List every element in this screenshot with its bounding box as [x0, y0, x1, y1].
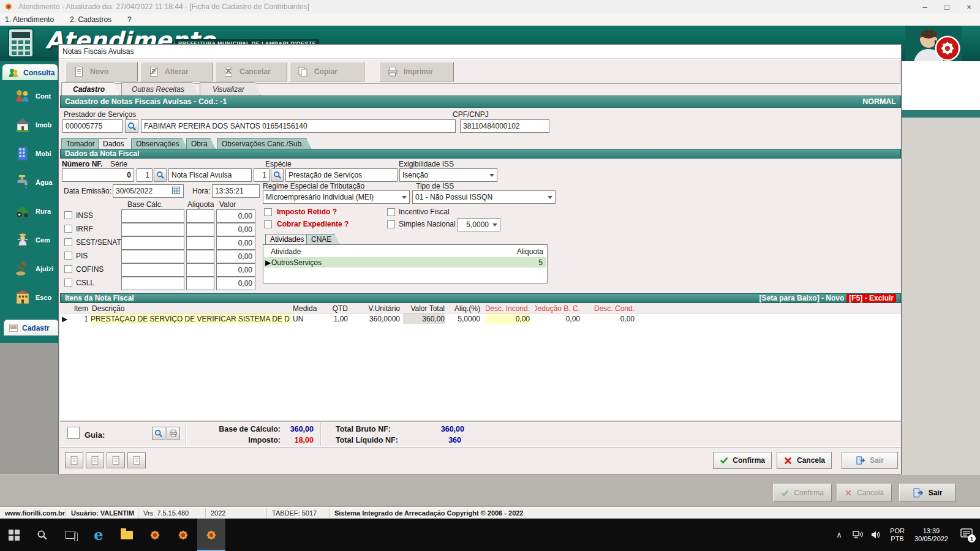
- tray-clock[interactable]: 13:39 30/05/2022: [910, 527, 953, 543]
- statusbar: www.fiorilli.com.br Usuário: VALENTIM Vr…: [0, 507, 980, 519]
- serie-input[interactable]: 1: [137, 168, 153, 182]
- cofins-checkbox[interactable]: [64, 265, 72, 273]
- tab-atividades[interactable]: Atividades: [265, 234, 312, 244]
- fiorilli-app-button-1[interactable]: [141, 519, 169, 551]
- inss-checkbox[interactable]: [64, 211, 72, 219]
- serie-desc-input[interactable]: Nota Fiscal Avulsa: [168, 168, 252, 182]
- csll-base-input[interactable]: [121, 277, 184, 290]
- irrf-valor-input[interactable]: 0,00: [216, 223, 255, 236]
- cofins-aliquota-input[interactable]: [186, 263, 214, 277]
- edge-button[interactable]: e: [85, 519, 113, 551]
- serie-search-button[interactable]: [154, 168, 167, 182]
- tab-observacoes[interactable]: Observações: [131, 138, 187, 149]
- cancela-button[interactable]: Cancela: [777, 452, 832, 469]
- simples-valor-select[interactable]: 5,0000: [458, 218, 500, 231]
- file-explorer-button[interactable]: [113, 519, 141, 551]
- cofins-valor-input[interactable]: 0,00: [216, 263, 255, 277]
- imprimir-button[interactable]: Imprimir: [379, 62, 454, 81]
- inss-aliquota-input[interactable]: [186, 209, 214, 223]
- tab-cadastro[interactable]: Cadastro: [61, 82, 120, 96]
- tray-language[interactable]: POR PTB: [885, 527, 910, 543]
- tipo-iss-select[interactable]: 01 - Não Possui ISSQN: [412, 190, 556, 204]
- tab-obra[interactable]: Obra: [186, 138, 216, 149]
- numero-nf-input[interactable]: 0: [62, 168, 134, 182]
- simples-nacional-checkbox[interactable]: [387, 220, 395, 228]
- inss-base-input[interactable]: [121, 209, 184, 223]
- especie-desc-input[interactable]: Prestação de Serviços: [285, 168, 398, 182]
- tab-dados[interactable]: Dados: [98, 138, 132, 149]
- pis-aliquota-input[interactable]: [186, 250, 214, 263]
- menu-atendimento[interactable]: 1. Atendimento: [5, 15, 54, 24]
- guia-view-button[interactable]: [152, 427, 165, 440]
- especie-search-button[interactable]: [271, 168, 284, 182]
- itens-row[interactable]: ▶ 1 PRESTAÇAO DE SERVIÇO DE VERIFICAR SI…: [60, 313, 901, 324]
- hora-input[interactable]: 13:35:21: [212, 184, 260, 198]
- outer-cancela-button[interactable]: Cancela: [837, 484, 892, 502]
- outer-confirma-button[interactable]: Confirma: [773, 484, 832, 502]
- irrf-aliquota-input[interactable]: [186, 223, 214, 236]
- taskbar-search-button[interactable]: [28, 519, 56, 551]
- tray-network[interactable]: [848, 519, 867, 551]
- action-center-button[interactable]: 1: [953, 519, 980, 551]
- tray-chevron-up[interactable]: ∧: [830, 519, 848, 551]
- irrf-checkbox[interactable]: [64, 225, 72, 233]
- sidebar-tab-cadastro[interactable]: Cadastr: [4, 320, 59, 335]
- itens-grid-body[interactable]: [60, 324, 901, 421]
- csll-valor-input[interactable]: 0,00: [216, 277, 255, 290]
- especie-input[interactable]: 1: [254, 168, 270, 182]
- data-emissao-input[interactable]: 30/05/2022: [113, 184, 184, 198]
- tab-cnae[interactable]: CNAE: [306, 234, 339, 244]
- sair-button[interactable]: Sair: [842, 452, 898, 469]
- tab-tomador[interactable]: Tomador: [61, 138, 103, 149]
- tab-outras-receitas[interactable]: Outras Receitas: [121, 82, 198, 96]
- tray-volume[interactable]: [867, 519, 885, 551]
- pis-checkbox[interactable]: [64, 252, 72, 260]
- cofins-base-input[interactable]: [121, 263, 184, 277]
- exigibilidade-iss-select[interactable]: Isenção: [399, 168, 497, 182]
- alterar-button[interactable]: Alterar: [140, 62, 213, 81]
- pis-base-input[interactable]: [121, 250, 184, 263]
- tab-observacoes-canc-sub[interactable]: Observações Canc./Sub.: [217, 138, 311, 149]
- regime-select[interactable]: Microempresário Individual (MEI): [263, 190, 410, 204]
- report-button-3[interactable]: [107, 452, 125, 468]
- outer-sair-button[interactable]: Sair: [899, 484, 956, 502]
- report-button-4[interactable]: [127, 452, 146, 468]
- report-button-1[interactable]: [65, 452, 83, 468]
- inss-valor-input[interactable]: 0,00: [216, 209, 255, 223]
- menu-cadastros[interactable]: 2. Cadastros: [70, 15, 111, 24]
- start-button[interactable]: [0, 519, 28, 551]
- prestador-code-input[interactable]: 000005775: [62, 119, 123, 133]
- sidebar-item-consulta[interactable]: Consulta: [2, 64, 58, 80]
- irrf-base-input[interactable]: [121, 223, 184, 236]
- novo-button[interactable]: Novo: [66, 62, 138, 81]
- fiorilli-app-button-2[interactable]: [169, 519, 197, 551]
- copiar-button[interactable]: Copiar: [290, 62, 364, 81]
- guia-print-button[interactable]: [167, 427, 180, 440]
- sest-senat-valor-input[interactable]: 0,00: [216, 236, 255, 250]
- sest-senat-aliquota-input[interactable]: [186, 236, 214, 250]
- csll-aliquota-input[interactable]: [186, 277, 214, 290]
- task-view-button[interactable]: [56, 519, 85, 551]
- sest-senat-base-input[interactable]: [121, 236, 184, 250]
- pis-valor-input[interactable]: 0,00: [216, 250, 255, 263]
- maximize-button[interactable]: □: [936, 0, 958, 13]
- calendar-button[interactable]: [172, 186, 181, 197]
- cpf-cnpj-input[interactable]: 38110484000102: [460, 119, 549, 133]
- imposto-retido-checkbox[interactable]: [264, 208, 272, 216]
- cancelar-button[interactable]: Cancelar: [215, 62, 287, 81]
- confirma-button[interactable]: Confirma: [713, 452, 772, 469]
- close-button[interactable]: ×: [958, 0, 980, 13]
- cobrar-expediente-checkbox[interactable]: [264, 220, 272, 228]
- report-button-2[interactable]: [86, 452, 104, 468]
- csll-checkbox[interactable]: [64, 279, 72, 287]
- prestador-name-input[interactable]: FABIMAR PEREIRA DOS SANTOS 01654156140: [141, 119, 456, 133]
- atividade-row[interactable]: ▶ OutrosServiços 5: [264, 257, 546, 268]
- fiorilli-app-button-active[interactable]: [197, 519, 225, 551]
- minimize-button[interactable]: –: [914, 0, 936, 13]
- sest-senat-checkbox[interactable]: [64, 238, 72, 246]
- incentivo-fiscal-checkbox[interactable]: [387, 208, 395, 216]
- tab-visualizar[interactable]: Visualizar: [200, 82, 261, 96]
- guia-checkbox[interactable]: [67, 427, 80, 439]
- prestador-search-button[interactable]: [125, 119, 138, 133]
- menu-help[interactable]: ?: [127, 15, 132, 24]
